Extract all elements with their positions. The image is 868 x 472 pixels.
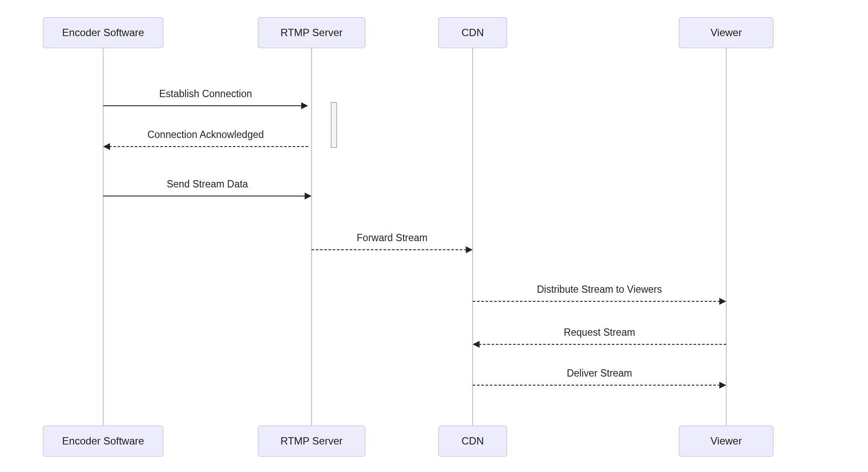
arrowhead bbox=[719, 382, 726, 389]
participant-rtmp: RTMP Server bbox=[258, 426, 365, 457]
participant-label: Encoder Software bbox=[62, 435, 144, 447]
participant-cdn: CDN bbox=[438, 17, 507, 48]
message-arrow bbox=[103, 196, 306, 196]
message-arrow bbox=[473, 385, 720, 386]
message-label: Send Stream Data bbox=[103, 178, 312, 190]
message-label: Request Stream bbox=[473, 327, 726, 338]
participant-label: Viewer bbox=[711, 435, 742, 447]
message-arrow bbox=[473, 301, 720, 302]
participant-label: CDN bbox=[462, 27, 484, 39]
message-label: Establish Connection bbox=[103, 88, 308, 100]
message-arrow bbox=[479, 344, 726, 345]
participant-label: Viewer bbox=[711, 27, 742, 39]
arrowhead bbox=[305, 193, 312, 199]
message-arrow bbox=[103, 105, 302, 106]
message-label: Distribute Stream to Viewers bbox=[473, 284, 726, 295]
participant-label: Encoder Software bbox=[62, 27, 144, 39]
participant-rtmp: RTMP Server bbox=[258, 17, 365, 48]
participant-encoder: Encoder Software bbox=[43, 426, 163, 457]
participant-label: CDN bbox=[462, 435, 484, 447]
arrowhead bbox=[103, 143, 110, 150]
arrowhead bbox=[466, 246, 473, 253]
message-label: Forward Stream bbox=[312, 232, 473, 244]
participant-cdn: CDN bbox=[438, 426, 507, 457]
message-label: Deliver Stream bbox=[473, 368, 726, 379]
message-label: Connection Acknowledged bbox=[103, 129, 308, 141]
arrowhead bbox=[719, 298, 726, 305]
participant-encoder: Encoder Software bbox=[43, 17, 163, 48]
participant-label: RTMP Server bbox=[281, 27, 342, 39]
participant-viewer: Viewer bbox=[679, 17, 773, 48]
activation-bar bbox=[331, 102, 337, 148]
lifeline-encoder bbox=[103, 48, 104, 426]
arrowhead bbox=[301, 102, 308, 109]
message-arrow bbox=[109, 146, 308, 147]
participant-viewer: Viewer bbox=[679, 426, 773, 457]
participant-label: RTMP Server bbox=[281, 435, 342, 447]
message-arrow bbox=[312, 249, 467, 250]
arrowhead bbox=[473, 341, 480, 348]
